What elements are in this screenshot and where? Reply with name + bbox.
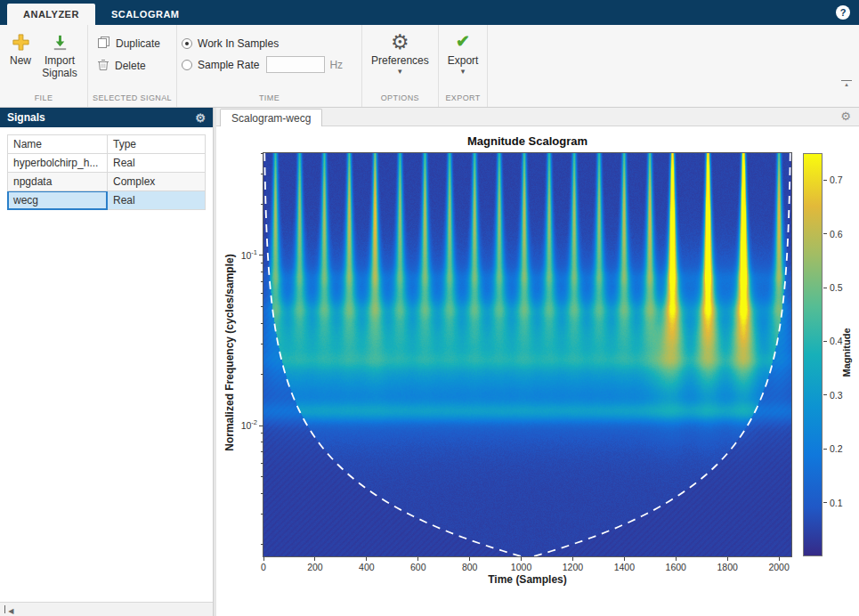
x-tick-label: 1800: [717, 562, 738, 572]
document-gear-icon[interactable]: ⚙: [840, 110, 851, 122]
document-tab-scalogram-wecg[interactable]: Scalogram-wecg: [220, 109, 322, 126]
signal-name-cell[interactable]: hyperbolchirp_h...: [8, 154, 108, 173]
document-tab-label: Scalogram-wecg: [231, 112, 311, 125]
section-label-selected-signal: SELECTED SIGNAL: [93, 93, 172, 107]
sample-rate-input[interactable]: [266, 56, 325, 73]
export-dropdown-icon: ▾: [461, 68, 466, 75]
delete-button[interactable]: Delete: [93, 56, 165, 75]
chart-title: Magnitude Scalogram: [263, 134, 791, 148]
help-icon[interactable]: ?: [836, 5, 850, 20]
y-minor-tick-mark: [261, 544, 263, 545]
signal-type-cell[interactable]: Real: [108, 154, 206, 173]
colorbar-tick-label: 0.3: [830, 390, 843, 401]
section-label-time: TIME: [182, 93, 357, 107]
tab-analyzer[interactable]: ANALYZER: [7, 4, 95, 25]
y-minor-tick-mark: [261, 323, 263, 324]
colorbar-tick-label: 0.6: [830, 229, 843, 239]
x-tick-mark: [417, 557, 418, 561]
y-axis-label: Normalized Frequency (cycles/sample): [223, 151, 236, 555]
y-tick-mark: [259, 426, 263, 426]
collapse-bar: [4, 605, 5, 613]
y-minor-tick-mark: [261, 514, 263, 515]
x-tick-mark: [727, 557, 728, 561]
x-tick-label: 400: [359, 562, 375, 572]
table-row-npgdata[interactable]: npgdata Complex: [8, 173, 206, 191]
preferences-button[interactable]: ⚙ Preferences ▾: [367, 27, 434, 77]
signals-panel-title: Signals: [7, 111, 45, 124]
x-tick-mark: [624, 557, 625, 561]
collapse-panel-button[interactable]: ◀: [4, 604, 14, 616]
radio-off-icon: [182, 60, 192, 70]
y-minor-tick-mark: [261, 272, 263, 272]
colorbar-tick-mark: [823, 233, 827, 234]
x-tick-mark: [521, 557, 522, 561]
x-tick-mark: [676, 557, 677, 561]
sample-rate-radio[interactable]: Sample Rate Hz: [182, 55, 343, 74]
duplicate-label: Duplicate: [116, 37, 160, 50]
content-row: Signals ⚙ Name Type hyperbolchirp_h... R…: [0, 108, 859, 616]
signal-type-cell[interactable]: Real: [108, 191, 206, 210]
duplicate-icon: [97, 36, 110, 52]
signals-panel-gear-icon[interactable]: ⚙: [195, 112, 206, 124]
preferences-dropdown-icon: ▾: [398, 68, 402, 75]
column-header-type[interactable]: Type: [108, 135, 206, 154]
radio-on-icon: [182, 38, 192, 49]
x-tick-mark: [366, 557, 367, 561]
colorbar-tick-mark: [823, 394, 827, 395]
column-header-name[interactable]: Name: [8, 135, 108, 154]
hz-unit-label: Hz: [329, 59, 343, 71]
y-minor-tick-mark: [261, 153, 263, 154]
new-button[interactable]: New: [4, 27, 36, 69]
export-button[interactable]: ✔ Export ▾: [443, 27, 483, 77]
y-minor-tick-mark: [261, 463, 263, 464]
signal-name-cell-selected[interactable]: wecg: [8, 191, 108, 210]
tab-scalogram-label: SCALOGRAM: [111, 9, 180, 20]
scalogram-chart: Magnitude Scalogram Normalized Frequency…: [216, 126, 859, 616]
x-tick-label: 600: [410, 562, 426, 572]
x-tick-mark: [263, 557, 264, 561]
tab-scalogram[interactable]: SCALOGRAM: [95, 4, 196, 25]
import-signals-button[interactable]: Import Signals: [36, 27, 83, 82]
export-check-icon: ✔: [456, 31, 470, 53]
panel-bottom-strip: ◀: [0, 602, 213, 616]
y-minor-tick-mark: [261, 174, 263, 174]
work-in-samples-radio[interactable]: Work In Samples: [182, 34, 343, 53]
x-tick-label: 200: [307, 562, 323, 572]
colorbar-tick-label: 0.5: [830, 282, 843, 293]
signal-type-cell[interactable]: Complex: [108, 173, 206, 191]
section-label-options: OPTIONS: [367, 93, 434, 107]
signals-panel-header: Signals ⚙: [0, 108, 213, 127]
delete-trash-icon: [97, 58, 109, 74]
signals-table-header-row: Name Type: [8, 135, 206, 154]
x-tick-mark: [572, 557, 573, 561]
y-minor-tick-mark: [261, 451, 263, 452]
y-tick-label: 10-1: [227, 248, 257, 261]
signal-name-cell[interactable]: npgdata: [8, 173, 108, 191]
colorbar-tick-label: 0.4: [830, 336, 843, 346]
colorbar-tick-mark: [823, 180, 827, 181]
table-row-wecg[interactable]: wecg Real: [8, 191, 206, 210]
table-row-hyperbolchirp[interactable]: hyperbolchirp_h... Real: [8, 154, 206, 173]
section-selected-signal: Duplicate Delete: [88, 25, 177, 107]
document-tabstrip: Scalogram-wecg ⚙: [216, 108, 859, 126]
new-button-label: New: [10, 55, 31, 68]
duplicate-button[interactable]: Duplicate: [93, 34, 165, 53]
y-minor-tick-mark: [261, 476, 263, 477]
x-tick-mark: [779, 557, 780, 561]
scalogram-canvas: [263, 152, 792, 557]
toolstrip: New Import Signals FILE: [0, 25, 859, 108]
x-tick-label: 1000: [511, 562, 531, 572]
y-minor-tick-mark: [261, 493, 263, 494]
colorbar-tick-mark: [823, 341, 827, 342]
toolstrip-collapse-button[interactable]: ▴: [841, 80, 852, 87]
y-tick-mark: [259, 255, 263, 255]
y-minor-tick-mark: [261, 374, 263, 375]
sample-rate-label: Sample Rate: [198, 59, 259, 71]
x-tick-label: 1200: [563, 562, 583, 572]
section-export: ✔ Export ▾ EXPORT: [439, 25, 489, 107]
section-label-file: FILE: [4, 93, 83, 107]
y-minor-tick-mark: [261, 293, 263, 294]
y-minor-tick-mark: [261, 306, 263, 307]
new-plus-icon: [12, 31, 30, 53]
y-minor-tick-mark: [261, 433, 263, 434]
